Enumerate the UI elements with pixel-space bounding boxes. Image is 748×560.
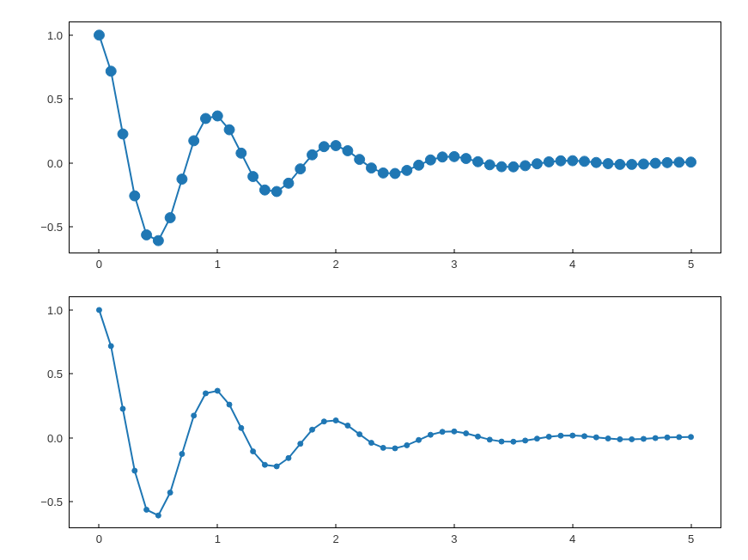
data-marker [487,437,492,442]
xtick-label: 2 [332,258,338,271]
data-marker [201,113,211,124]
xtick-label: 0 [96,258,102,271]
ytick-mark [69,374,73,374]
data-marker [402,165,412,175]
line-series [99,310,690,515]
data-marker [475,434,480,439]
data-marker [392,446,398,451]
data-marker [144,507,149,512]
data-marker [283,178,294,188]
data-marker [106,66,116,76]
data-marker [629,436,635,441]
xtick-label: 2 [332,533,338,545]
data-marker [345,423,350,429]
data-marker [558,433,563,438]
data-marker [425,155,435,165]
xtick-mark [217,524,218,528]
data-marker [262,462,267,467]
data-marker [153,235,163,246]
data-marker [627,159,637,169]
xtick-mark [336,249,337,253]
subplot-top: −0.50.00.51.0012345 [69,21,721,253]
data-marker [132,468,137,473]
data-marker [343,146,353,156]
data-marker [650,158,660,168]
data-marker [368,441,374,446]
data-marker [155,513,161,518]
data-marker [499,439,504,444]
data-marker [390,168,400,179]
ytick-mark [69,162,73,163]
data-marker [570,433,575,438]
data-marker [689,435,694,440]
data-marker [452,429,457,434]
ytick-mark [69,99,73,100]
data-marker [556,155,566,166]
figure: −0.50.00.51.0012345 −0.50.00.51.0012345 [0,0,748,560]
ytick-mark [69,502,73,502]
xtick-label: 5 [688,258,694,271]
data-marker [357,432,362,437]
data-marker [568,155,578,166]
data-marker [677,435,682,440]
data-marker [120,406,125,411]
data-marker [665,435,670,440]
data-marker [440,429,445,435]
data-marker [593,435,599,440]
data-marker [449,151,459,161]
data-marker [130,191,140,201]
data-marker [404,442,410,447]
data-marker [274,464,279,469]
data-marker [532,159,542,169]
data-marker [224,125,234,135]
ytick-label: 0.5 [47,368,63,380]
ytick-label: 0.0 [47,431,63,444]
data-marker [227,402,232,407]
data-marker [615,159,625,169]
ytick-label: 1.0 [47,303,63,316]
data-marker [603,159,613,169]
data-marker [472,156,483,167]
data-marker [641,436,646,441]
xtick-label: 1 [215,533,221,545]
data-marker [617,436,623,441]
data-marker [546,434,551,439]
data-marker [496,161,507,172]
xtick-label: 0 [96,533,102,545]
data-marker [437,152,447,162]
data-marker [534,436,539,441]
data-marker [236,148,246,158]
xtick-label: 5 [688,533,694,545]
data-marker [295,164,306,174]
data-marker [417,437,422,442]
data-marker [108,344,113,349]
data-marker [239,425,244,430]
data-marker [307,149,318,160]
xtick-mark [572,524,573,528]
data-marker [461,154,471,164]
data-marker [142,229,152,240]
data-marker [523,438,528,443]
xtick-label: 4 [569,533,575,545]
data-marker [203,391,208,396]
data-marker [653,435,658,441]
data-marker [333,418,338,423]
ytick-label: 1.0 [47,28,63,41]
data-marker [271,186,282,197]
data-marker [319,142,329,152]
data-marker [605,436,611,441]
data-marker [94,30,104,40]
data-marker [582,434,587,439]
ytick-mark [69,34,73,35]
data-marker [686,157,696,167]
data-marker [177,174,187,185]
ytick-label: 0.0 [47,156,63,169]
plot-canvas-top [70,22,721,253]
data-marker [662,157,672,167]
data-marker [366,163,376,173]
data-marker [192,413,197,418]
data-marker [484,160,495,170]
data-marker [251,449,256,454]
xtick-mark [453,524,454,528]
xtick-mark [690,249,691,253]
